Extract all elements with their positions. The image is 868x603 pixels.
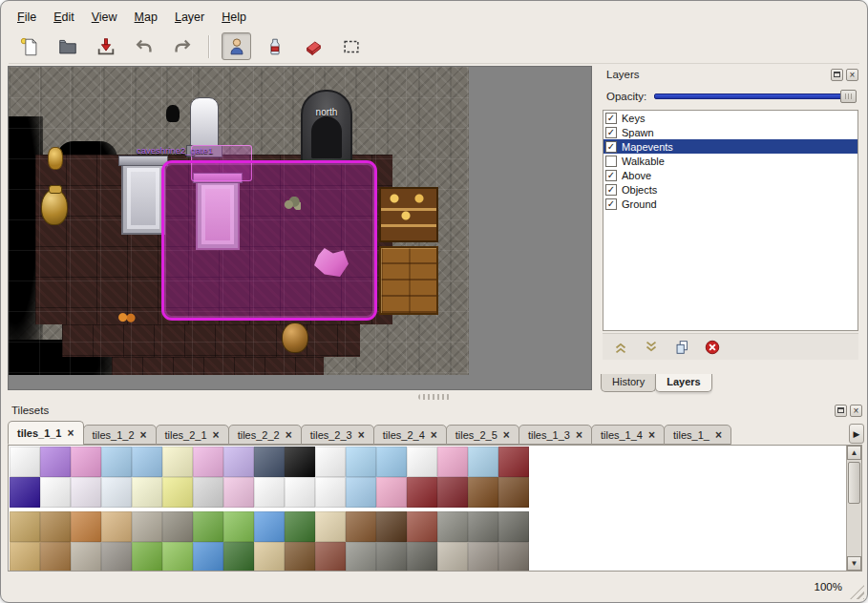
tile-swatch[interactable] [71, 477, 101, 508]
layer-duplicate-button[interactable] [671, 338, 692, 357]
tile-swatch[interactable] [40, 511, 71, 542]
tile-swatch[interactable] [285, 447, 315, 477]
scrollbar-thumb[interactable] [848, 462, 860, 504]
tile-swatch[interactable] [315, 511, 346, 542]
tile-swatch[interactable] [468, 477, 498, 508]
tile-swatch[interactable] [285, 511, 315, 542]
tile-swatch[interactable] [193, 542, 223, 572]
tile-swatch[interactable] [498, 477, 529, 508]
tab-close-icon[interactable]: × [67, 428, 74, 438]
tab-close-icon[interactable]: × [648, 430, 655, 440]
layers-float-button[interactable] [831, 69, 843, 81]
tile-swatch[interactable] [437, 542, 468, 572]
opacity-slider[interactable] [654, 89, 857, 104]
layer-row-mapevents[interactable]: ✓Mapevents [603, 139, 857, 154]
tileset-tab-tiles_1_1[interactable]: tiles_1_1× [8, 421, 84, 445]
tab-close-icon[interactable]: × [431, 430, 437, 440]
tile-swatch[interactable] [315, 477, 346, 508]
tile-swatch[interactable] [468, 447, 498, 477]
tile-swatch[interactable] [437, 447, 468, 477]
tileset-tabs-scroll-right[interactable]: ▶ [849, 424, 864, 444]
horizontal-splitter[interactable] [9, 392, 859, 401]
tile-swatch[interactable] [407, 542, 437, 572]
tile-swatch[interactable] [10, 542, 40, 572]
open-file-button[interactable] [53, 32, 82, 60]
tile-swatch[interactable] [101, 542, 132, 572]
layer-delete-button[interactable] [702, 338, 723, 357]
tile-swatch[interactable] [40, 477, 71, 508]
tile-swatch[interactable] [285, 477, 315, 508]
save-button[interactable] [91, 32, 120, 60]
tile-swatch[interactable] [468, 542, 498, 572]
tile-swatch[interactable] [71, 542, 101, 572]
tileset-tab-tiles_2_5[interactable]: tiles_2_5× [446, 425, 519, 445]
redo-button[interactable] [167, 32, 197, 60]
layer-row-above[interactable]: ✓Above [603, 168, 857, 182]
tile-swatch[interactable] [162, 542, 193, 572]
tile-swatch[interactable] [10, 447, 40, 477]
layer-move-up-button[interactable] [610, 338, 631, 357]
map-canvas[interactable]: north caveshrine2_gate1 [9, 67, 469, 375]
menu-edit[interactable]: Edit [45, 8, 83, 27]
tile-swatch[interactable] [71, 511, 101, 542]
tile-swatch[interactable] [498, 511, 529, 542]
layer-row-ground[interactable]: ✓Ground [603, 197, 857, 211]
tileset-scrollbar[interactable]: ▲ ▼ [846, 446, 861, 571]
menu-map[interactable]: Map [126, 8, 166, 27]
undo-button[interactable] [129, 32, 159, 60]
menu-layer[interactable]: Layer [166, 8, 213, 27]
tileset-tab-tiles_2_2[interactable]: tiles_2_2× [228, 425, 302, 445]
tileset-tab-tiles_2_1[interactable]: tiles_2_1× [156, 425, 229, 445]
tile-swatch[interactable] [498, 447, 529, 477]
menu-help[interactable]: Help [213, 8, 255, 27]
opacity-slider-handle[interactable] [840, 90, 857, 103]
layer-checkbox[interactable]: ✓ [605, 141, 617, 153]
eraser-tool-button[interactable] [298, 32, 328, 60]
tile-swatch[interactable] [223, 511, 254, 542]
fill-tool-button[interactable] [260, 32, 289, 60]
layer-row-walkable[interactable]: Walkable [603, 154, 857, 168]
tile-swatch[interactable] [193, 447, 223, 477]
tile-swatch[interactable] [132, 477, 162, 508]
tab-close-icon[interactable]: × [715, 430, 722, 440]
tab-close-icon[interactable]: × [286, 430, 292, 440]
layer-row-objects[interactable]: ✓Objects [603, 182, 857, 197]
tile-swatch[interactable] [437, 511, 468, 542]
scroll-up-button[interactable]: ▲ [847, 446, 861, 460]
layer-move-down-button[interactable] [641, 338, 662, 357]
tile-swatch[interactable] [132, 447, 162, 477]
tileset-tab-tiles_1_4[interactable]: tiles_1_4× [591, 425, 665, 445]
layer-checkbox[interactable]: ✓ [605, 127, 617, 138]
tab-close-icon[interactable]: × [503, 430, 510, 440]
layer-checkbox[interactable]: ✓ [605, 198, 617, 210]
tile-swatch[interactable] [10, 511, 40, 542]
tile-swatch[interactable] [376, 447, 407, 477]
tileset-tab-tiles_2_4[interactable]: tiles_2_4× [373, 425, 447, 445]
tile-swatch[interactable] [376, 477, 407, 508]
tile-swatch[interactable] [437, 477, 468, 508]
tile-swatch[interactable] [193, 477, 223, 508]
tile-swatch[interactable] [254, 447, 285, 477]
tile-swatch[interactable] [40, 447, 71, 477]
tile-swatch[interactable] [346, 447, 376, 477]
tileset-tab-tiles_1_3[interactable]: tiles_1_3× [519, 425, 592, 445]
tileset-view[interactable]: ▲ ▼ [8, 445, 862, 572]
new-file-button[interactable] [14, 32, 44, 60]
tile-swatch[interactable] [223, 542, 254, 572]
tile-swatch[interactable] [101, 447, 132, 477]
layer-checkbox[interactable]: ✓ [605, 170, 617, 181]
tab-close-icon[interactable]: × [358, 430, 365, 440]
tile-swatch[interactable] [10, 477, 40, 508]
layer-checkbox[interactable]: ✓ [605, 113, 617, 124]
layer-checkbox[interactable]: ✓ [605, 184, 617, 196]
tile-swatch[interactable] [162, 511, 193, 542]
tile-swatch[interactable] [101, 511, 132, 542]
tile-swatch[interactable] [315, 542, 346, 572]
menu-view[interactable]: View [83, 8, 126, 27]
select-tool-button[interactable] [336, 32, 366, 60]
scroll-down-button[interactable]: ▼ [847, 556, 861, 571]
tile-swatch[interactable] [346, 477, 376, 508]
tile-swatch[interactable] [101, 477, 132, 508]
tile-swatch[interactable] [407, 511, 437, 542]
layers-close-button[interactable]: × [846, 69, 858, 81]
